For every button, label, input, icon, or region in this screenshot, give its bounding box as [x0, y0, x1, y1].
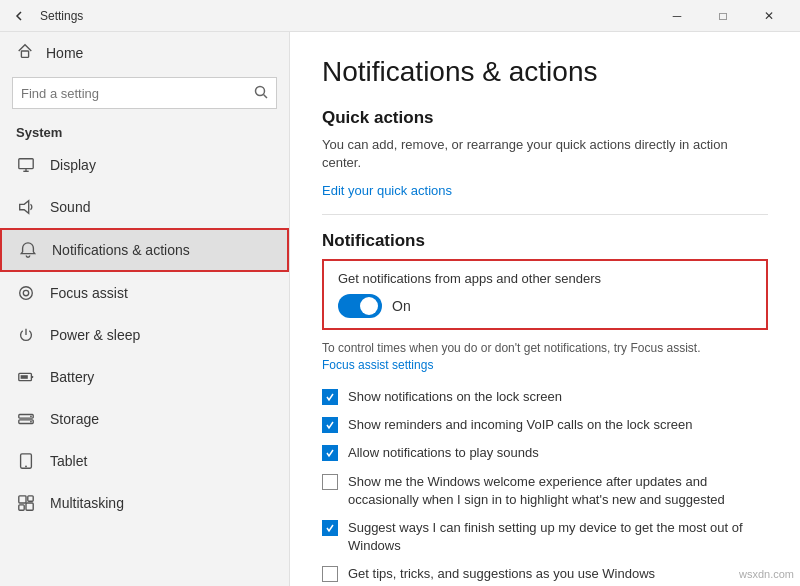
checkbox-lock-screen[interactable]: [322, 389, 338, 405]
sidebar-item-battery[interactable]: Battery: [0, 356, 289, 398]
svg-rect-19: [28, 496, 33, 501]
checkbox-item-tips: Get tips, tricks, and suggestions as you…: [322, 565, 768, 583]
sidebar-section-system: System: [0, 117, 289, 144]
close-button[interactable]: ✕: [746, 0, 792, 32]
display-icon: [16, 155, 36, 175]
checkbox-welcome[interactable]: [322, 474, 338, 490]
tablet-icon: [16, 451, 36, 471]
notifications-toggle-row: On: [338, 294, 752, 318]
sidebar-item-sound[interactable]: Sound: [0, 186, 289, 228]
get-notifications-box: Get notifications from apps and other se…: [322, 259, 768, 330]
checkbox-sounds[interactable]: [322, 445, 338, 461]
quick-actions-heading: Quick actions: [322, 108, 768, 128]
minimize-button[interactable]: ─: [654, 0, 700, 32]
svg-line-2: [264, 94, 268, 98]
svg-rect-3: [19, 159, 33, 169]
sidebar-item-label: Tablet: [50, 453, 87, 469]
notif-box-label: Get notifications from apps and other se…: [338, 271, 752, 286]
sidebar-item-tablet[interactable]: Tablet: [0, 440, 289, 482]
checkbox-label-sounds: Allow notifications to play sounds: [348, 444, 539, 462]
search-icon: [254, 85, 268, 102]
maximize-button[interactable]: □: [700, 0, 746, 32]
checkbox-item-welcome: Show me the Windows welcome experience a…: [322, 473, 768, 509]
watermark: wsxdn.com: [739, 568, 794, 580]
content-area: Notifications & actions Quick actions Yo…: [290, 32, 800, 586]
back-button[interactable]: [8, 4, 32, 28]
svg-point-8: [23, 290, 28, 295]
sidebar-item-notifications[interactable]: Notifications & actions: [0, 228, 289, 272]
svg-rect-18: [19, 496, 26, 503]
svg-point-17: [25, 466, 27, 468]
window-controls: ─ □ ✕: [654, 0, 792, 32]
multitasking-icon: [16, 493, 36, 513]
svg-point-14: [30, 415, 32, 417]
checkbox-label-suggest: Suggest ways I can finish setting up my …: [348, 519, 768, 555]
sidebar-item-label: Multitasking: [50, 495, 124, 511]
svg-marker-6: [20, 201, 29, 214]
sidebar-item-focus[interactable]: Focus assist: [0, 272, 289, 314]
sidebar-search-box[interactable]: [12, 77, 277, 109]
sidebar-item-multitasking[interactable]: Multitasking: [0, 482, 289, 524]
svg-rect-11: [21, 375, 28, 379]
checkbox-suggest[interactable]: [322, 520, 338, 536]
titlebar: Settings ─ □ ✕: [0, 0, 800, 32]
toggle-on-label: On: [392, 298, 411, 314]
titlebar-title: Settings: [40, 9, 654, 23]
sound-icon: [16, 197, 36, 217]
home-icon: [16, 42, 34, 63]
checkboxes-list: Show notifications on the lock screen Sh…: [322, 388, 768, 584]
main-layout: Home System Display: [0, 32, 800, 586]
svg-rect-0: [21, 51, 28, 57]
svg-point-15: [30, 421, 32, 423]
checkbox-item-suggest: Suggest ways I can finish setting up my …: [322, 519, 768, 555]
quick-actions-desc: You can add, remove, or rearrange your q…: [322, 136, 768, 172]
checkbox-item-sounds: Allow notifications to play sounds: [322, 444, 768, 462]
page-title: Notifications & actions: [322, 56, 768, 88]
checkbox-label-tips: Get tips, tricks, and suggestions as you…: [348, 565, 655, 583]
checkbox-tips[interactable]: [322, 566, 338, 582]
sidebar-item-label: Power & sleep: [50, 327, 140, 343]
sidebar: Home System Display: [0, 32, 290, 586]
notifications-heading: Notifications: [322, 231, 768, 251]
svg-point-7: [20, 287, 33, 300]
sidebar-item-label: Storage: [50, 411, 99, 427]
notifications-icon: [18, 240, 38, 260]
svg-rect-20: [19, 505, 24, 510]
checkbox-label-welcome: Show me the Windows welcome experience a…: [348, 473, 768, 509]
notifications-toggle[interactable]: [338, 294, 382, 318]
sidebar-item-display[interactable]: Display: [0, 144, 289, 186]
focus-assist-link[interactable]: Focus assist settings: [322, 358, 433, 372]
storage-icon: [16, 409, 36, 429]
svg-rect-10: [31, 376, 33, 378]
checkbox-label-reminders: Show reminders and incoming VoIP calls o…: [348, 416, 692, 434]
checkbox-item-reminders: Show reminders and incoming VoIP calls o…: [322, 416, 768, 434]
home-label: Home: [46, 45, 83, 61]
search-input[interactable]: [21, 86, 248, 101]
focus-hint: To control times when you do or don't ge…: [322, 340, 768, 374]
checkbox-reminders[interactable]: [322, 417, 338, 433]
svg-point-1: [256, 86, 265, 95]
sidebar-item-label: Battery: [50, 369, 94, 385]
checkbox-label-lock-screen: Show notifications on the lock screen: [348, 388, 562, 406]
sidebar-home-button[interactable]: Home: [0, 32, 289, 73]
sidebar-item-label: Sound: [50, 199, 90, 215]
checkbox-item-lock-screen: Show notifications on the lock screen: [322, 388, 768, 406]
sidebar-item-storage[interactable]: Storage: [0, 398, 289, 440]
svg-rect-21: [26, 503, 33, 510]
divider-1: [322, 214, 768, 215]
sidebar-item-label: Focus assist: [50, 285, 128, 301]
battery-icon: [16, 367, 36, 387]
sidebar-item-label: Notifications & actions: [52, 242, 190, 258]
edit-quick-actions-link[interactable]: Edit your quick actions: [322, 183, 452, 198]
power-icon: [16, 325, 36, 345]
focus-icon: [16, 283, 36, 303]
sidebar-item-label: Display: [50, 157, 96, 173]
sidebar-item-power[interactable]: Power & sleep: [0, 314, 289, 356]
